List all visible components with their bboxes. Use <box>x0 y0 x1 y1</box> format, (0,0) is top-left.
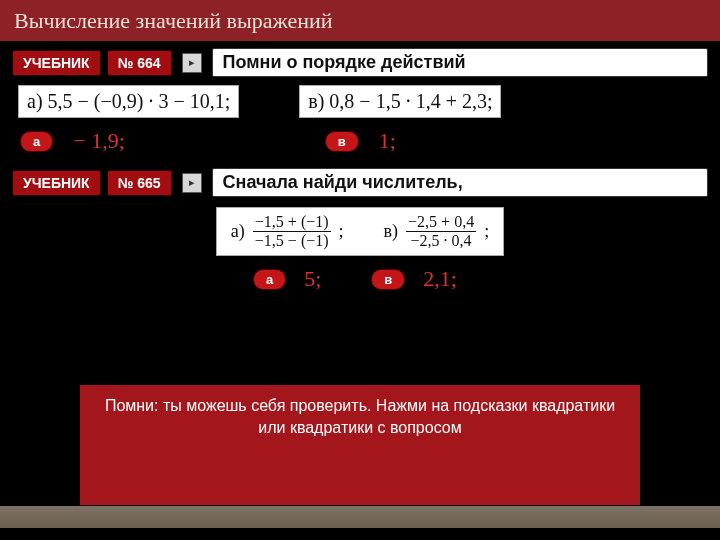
reminder-text: Помни: ты можешь себя проверить. Нажми н… <box>105 397 615 436</box>
task-664-expressions: а) 5,5 − (−0,9) · 3 − 10,1; в) 0,8 − 1,5… <box>0 81 720 118</box>
frac-665-v-den: −2,5 · 0,4 <box>409 233 474 249</box>
task-number-664: № 664 <box>107 50 172 76</box>
hint-664: Помни о порядке действий <box>212 48 708 77</box>
task-664-answers: а − 1,9; в 1; <box>0 118 720 158</box>
frac-665-a-label: а) <box>231 221 245 242</box>
answer-pill-664-a[interactable]: а <box>20 131 53 152</box>
answer-pill-665-a[interactable]: а <box>253 269 286 290</box>
answer-665-a: 5; <box>304 266 321 292</box>
answer-664-v: 1; <box>379 128 396 154</box>
frac-665-v-label: в) <box>384 221 399 242</box>
textbook-label-665: УЧЕБНИК <box>12 170 101 196</box>
expr-664-v: в) 0,8 − 1,5 · 1,4 + 2,3; <box>299 85 501 118</box>
reminder-box: Помни: ты можешь себя проверить. Нажми н… <box>80 385 640 505</box>
answer-pill-665-v[interactable]: в <box>371 269 405 290</box>
textbook-label-664: УЧЕБНИК <box>12 50 101 76</box>
answer-664-a: − 1,9; <box>73 128 125 154</box>
hint-toggle-665[interactable]: ▸ <box>182 173 202 193</box>
expr-665-a: а) −1,5 + (−1) −1,5 − (−1) ; <box>231 214 344 249</box>
hint-665: Сначала найди числитель, <box>212 168 708 197</box>
expr-665-v: в) −2,5 + 0,4 −2,5 · 0,4 ; <box>384 214 490 249</box>
page-title: Вычисление значений выражений <box>14 8 333 33</box>
semicolon: ; <box>484 221 489 242</box>
task-665-expressions: а) −1,5 + (−1) −1,5 − (−1) ; в) −2,5 + 0… <box>0 201 720 256</box>
answer-665-v: 2,1; <box>423 266 457 292</box>
frac-665-a-den: −1,5 − (−1) <box>253 233 331 249</box>
hint-toggle-664[interactable]: ▸ <box>182 53 202 73</box>
frac-665-v-num: −2,5 + 0,4 <box>406 214 476 230</box>
frac-665-a-num: −1,5 + (−1) <box>253 214 331 230</box>
bottom-stripe <box>0 506 720 528</box>
task-664-header: УЧЕБНИК № 664 ▸ Помни о порядке действий <box>0 42 720 81</box>
expr-664-a: а) 5,5 − (−0,9) · 3 − 10,1; <box>18 85 239 118</box>
answer-pill-664-v[interactable]: в <box>325 131 359 152</box>
task-number-665: № 665 <box>107 170 172 196</box>
task-665-header: УЧЕБНИК № 665 ▸ Сначала найди числитель, <box>0 162 720 201</box>
task-665-answers: а 5; в 2,1; <box>0 256 720 292</box>
semicolon: ; <box>339 221 344 242</box>
